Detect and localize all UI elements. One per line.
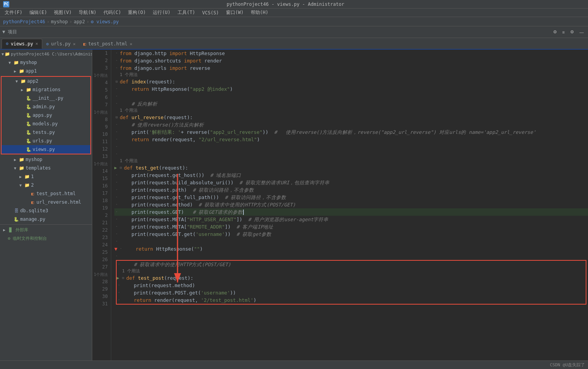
tree-item-tests[interactable]: 🐍 tests.py — [2, 128, 90, 137]
code-line-26[interactable]: · — [114, 253, 588, 260]
tree-item-url-reverse[interactable]: ◧ url_reverse.html — [0, 198, 92, 206]
menu-edit[interactable]: 编辑(E) — [26, 9, 50, 17]
code-line-10[interactable]: · print('解析结果: '+ reverse("app2_url_reve… — [114, 128, 588, 136]
tree-item-app2[interactable]: ▼ 📁 app2 — [2, 77, 90, 85]
menu-run[interactable]: 运行(U) — [150, 9, 174, 17]
tree-label-app2: app2 — [27, 78, 38, 84]
code-line-1[interactable]: · from django.http import HttpResponse — [114, 50, 588, 57]
code-line-9[interactable]: · # 使用reverse()方法反向解析 — [114, 121, 588, 128]
ln-22: 22 — [94, 227, 108, 234]
menu-file[interactable]: 文件(F) — [2, 9, 26, 17]
fold-btn-4: ⊟ — [114, 80, 119, 84]
code-line-5[interactable]: · return HttpResponse("app2 的index") — [114, 85, 588, 93]
code-line-21[interactable]: · print(request.META["HTTP_USER_AGENT"])… — [114, 216, 588, 223]
breadcrumb-myshop[interactable]: myshop — [51, 19, 68, 24]
code-line-23[interactable]: · print(request.GET.get('username')) # 获… — [114, 230, 588, 238]
tree-arrow-myshop2: ▶ — [12, 158, 18, 162]
toolbar-btn-3[interactable]: ⚙ — [568, 29, 576, 35]
tree-item-admin[interactable]: 🐍 admin.py — [2, 102, 90, 111]
tree-item-templates[interactable]: ▼ 📁 templates — [0, 164, 92, 172]
tree-item-tmpl-1[interactable]: ▶ 📁 1 — [0, 172, 92, 181]
tree-item-init[interactable]: 🐍 __init__.py — [2, 94, 90, 102]
menu-view[interactable]: 视图(V) — [51, 9, 75, 17]
ln-2: 2 — [94, 57, 108, 64]
tab-close-1[interactable]: ✕ — [35, 41, 38, 46]
fold-btn-20: · — [114, 210, 119, 215]
ln-14: 14 — [94, 168, 108, 175]
code-line-6[interactable]: · — [114, 93, 588, 100]
menu-code[interactable]: 代码(C) — [100, 9, 124, 17]
tree-item-migrations[interactable]: ▶ 📁 migrations — [2, 85, 90, 94]
tree-item-myshop[interactable]: ▼ 📁 myshop — [0, 58, 92, 67]
code-line-15[interactable]: · print(request.get_host()) # 域名加端口 — [114, 172, 588, 179]
code-line-4[interactable]: ⊟ def index(request): — [114, 78, 588, 85]
code-line-18[interactable]: · print(request.get_full_path()) # 获取访问路… — [114, 194, 588, 201]
ln-28: 28 — [94, 278, 108, 286]
tree-item-tmpl-2[interactable]: ▼ 📁 2 — [0, 181, 92, 189]
ln-23: 23 — [94, 234, 108, 241]
menu-help[interactable]: 帮助(H) — [248, 9, 272, 17]
code-line-25[interactable]: ▼ · return HttpResponse("") — [114, 245, 588, 253]
tree-item-views[interactable]: 🐍 views.py — [2, 145, 90, 154]
fold-btn-27: · — [117, 262, 121, 267]
code-line-17[interactable]: · print(request.path) # 获取访问路径，不含参数 — [114, 186, 588, 194]
code-hint-line-2: 1 个用法 — [114, 107, 588, 114]
code-line-16[interactable]: · print(request.build_absolute_uri()) # … — [114, 179, 588, 186]
code-line-8[interactable]: ⊟ def url_reverse(request): — [114, 114, 588, 121]
code-container: 1 2 3 1个用法 4 5 6 7 1个用法 8 9 10 11 12 13 … — [92, 50, 588, 369]
tree-item-urls[interactable]: 🐍 urls.py — [2, 137, 90, 145]
tree-item-external-libs[interactable]: ▶ ▐▌ 外部库 — [0, 225, 92, 234]
editor-area: 1 2 3 1个用法 4 5 6 7 1个用法 8 9 10 11 12 13 … — [92, 50, 588, 369]
code-line-24[interactable]: · — [114, 238, 588, 245]
tab-urls-py[interactable]: ⚙ urls.py ✕ — [42, 39, 79, 49]
status-right: CSDN @U盘失踪了 — [550, 362, 585, 368]
tree-item-temp-console[interactable]: ⚙ 临时文件和控制台 — [0, 234, 92, 243]
ln-20: 2 — [94, 212, 108, 219]
ln-25: 25 — [94, 249, 108, 256]
toolbar-btn-4[interactable]: — — [578, 29, 586, 35]
toolbar-btn-2[interactable]: ≡ — [560, 29, 567, 35]
code-line-7[interactable]: · # 反向解析 — [114, 100, 588, 107]
breadcrumb-project[interactable]: pythonProject46 — [3, 19, 45, 24]
code-line-2[interactable]: · from django.shortcuts import render — [114, 57, 588, 64]
menu-window[interactable]: 窗口(W) — [223, 9, 247, 17]
toolbar-btn-1[interactable]: ⚙ — [551, 29, 559, 35]
tab-close-3[interactable]: ✕ — [130, 42, 133, 47]
tab-test-post-html[interactable]: ◧ test_post.html ✕ — [79, 39, 136, 49]
tree-item-manage[interactable]: 🐍 manage.py — [0, 215, 92, 223]
code-line-29[interactable]: · print(request.method) — [117, 282, 586, 289]
code-line-12[interactable]: · — [114, 143, 588, 151]
code-line-30[interactable]: · print(request.POST.get('username')) — [117, 289, 586, 296]
tree-label-models: models.py — [33, 121, 58, 126]
menu-nav[interactable]: 导航(N) — [76, 9, 100, 17]
code-line-31[interactable]: · return render(request, '2/test_post.ht… — [117, 296, 586, 304]
tab-icon-html: ◧ — [83, 42, 86, 47]
code-line-28[interactable]: ▶ ⊟ def test_post(request): — [117, 274, 586, 282]
fold-btn-8: ⊟ — [114, 115, 119, 120]
breadcrumb-app2[interactable]: app2 — [74, 19, 85, 24]
code-line-11[interactable]: · return render(request, "2/url_reverse.… — [114, 136, 588, 143]
ln-21: 21 — [94, 219, 108, 227]
tree-item-db[interactable]: 🗄 db.sqlite3 — [0, 206, 92, 215]
tree-item-test-post[interactable]: ◧ test_post.html — [0, 189, 92, 198]
tree-item-root[interactable]: ▼ 📁 pythonProject46 C:\Users\Adminis — [0, 50, 92, 58]
breadcrumb-file[interactable]: ⚙ views.py — [91, 19, 119, 24]
menu-refactor[interactable]: 重构(O) — [125, 9, 149, 17]
code-line-22[interactable]: · print(request.META["REMOTE_ADDR"]) # 客… — [114, 223, 588, 230]
code-line-20[interactable]: · print(request.GET) # 获取GET请求的参数 — [114, 208, 588, 216]
tree-item-myshop2[interactable]: ▶ 📁 myshop — [0, 155, 92, 164]
tree-item-models[interactable]: 🐍 models.py — [2, 120, 90, 128]
code-line-13[interactable]: · — [114, 151, 588, 158]
code-line-14[interactable]: ▶ ⊟ def test_get(request): — [114, 164, 588, 172]
tree-item-apps[interactable]: 🐍 apps.py — [2, 111, 90, 120]
tab-views-py[interactable]: ⚙ views.py ✕ — [2, 39, 42, 49]
fold-btn-3: · — [114, 66, 119, 71]
menu-tools[interactable]: 工具(T) — [174, 9, 198, 17]
code-line-27[interactable]: · # 获取请求中的使用HTTP方式(POST/GET) — [117, 261, 586, 268]
ln-27: 27 — [94, 263, 108, 271]
code-line-19[interactable]: · print(request.method) # 获取请求中使用的HTTP方式… — [114, 201, 588, 208]
menu-vcs[interactable]: VCS(S) — [199, 9, 222, 16]
tab-close-2[interactable]: ✕ — [73, 42, 76, 47]
code-line-3[interactable]: · from django.urls import reverse — [114, 64, 588, 72]
tree-item-app1[interactable]: ▶ 📁 app1 — [0, 67, 92, 75]
